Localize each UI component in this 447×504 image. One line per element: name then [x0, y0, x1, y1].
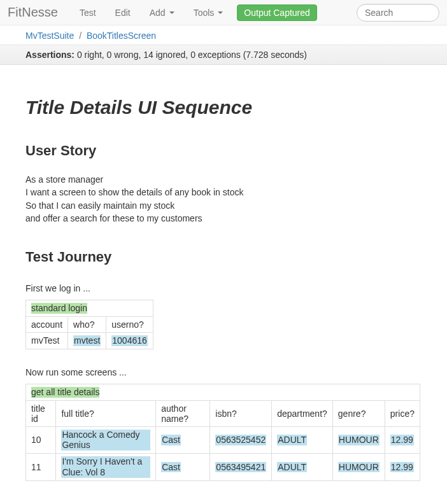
chevron-down-icon: [218, 11, 223, 14]
cell-who: mvtest: [68, 332, 106, 349]
chevron-down-icon: [169, 11, 174, 14]
table-row: standard login: [26, 300, 153, 317]
col-header: author name?: [156, 400, 210, 426]
story-line: As a store manager: [25, 174, 103, 185]
assertions-bar: Assertions: 0 right, 0 wrong, 14 ignored…: [0, 45, 447, 65]
nav-test[interactable]: Test: [71, 1, 105, 24]
story-line: I want a screen to show the details of a…: [25, 187, 243, 197]
login-table: standard login account who? userno? mvTe…: [25, 300, 153, 349]
nav-tools[interactable]: Tools: [185, 1, 232, 24]
result-value: 12.99: [390, 462, 414, 473]
col-header: isbn?: [210, 400, 272, 426]
result-value: ADULT: [277, 435, 307, 445]
nav-label: Edit: [115, 8, 131, 18]
brand[interactable]: FitNesse: [8, 5, 66, 20]
table-row: account who? userno?: [26, 316, 153, 332]
table-row: 11 I'm Sorry I Haven't a Clue: Vol 8 Cas…: [26, 454, 420, 481]
col-header: who?: [68, 316, 106, 332]
table-row: title id full title? author name? isbn? …: [26, 400, 420, 426]
col-header: price?: [385, 400, 420, 426]
result-value: 12.99: [390, 435, 414, 445]
breadcrumb-parent[interactable]: MvTestSuite: [25, 31, 74, 41]
fixture-cell: get all title details: [26, 384, 420, 400]
col-header: account: [26, 316, 68, 332]
cell-dept: ADULT: [272, 426, 333, 454]
result-value: 1004616: [111, 335, 148, 346]
test-journey-heading: Test Journey: [25, 249, 422, 265]
fixture-cell: standard login: [26, 300, 153, 317]
cell-title: I'm Sorry I Haven't a Clue: Vol 8: [56, 454, 156, 481]
fixture-name: standard login: [31, 303, 87, 314]
cell-isbn: 0563525452: [210, 426, 272, 454]
result-value: Hancock a Comedy Genius: [61, 430, 150, 451]
result-value: HUMOUR: [338, 435, 380, 445]
breadcrumb-current[interactable]: BookTitlesScreen: [87, 31, 156, 41]
breadcrumb-separator: /: [79, 31, 82, 41]
story-line: and offer a search for these to my custo…: [25, 213, 202, 223]
result-value: HUMOUR: [338, 462, 380, 473]
table-row: 10 Hancock a Comedy Genius Cast 05635254…: [26, 426, 420, 454]
nav-label: Add: [150, 8, 166, 18]
breadcrumb: MvTestSuite / BookTitlesScreen: [0, 25, 447, 45]
cell-id: 10: [26, 426, 56, 454]
result-value: ADULT: [277, 462, 307, 473]
story-line: So that I can easily maintain my stock: [25, 200, 174, 211]
result-value: 0563495421: [215, 462, 266, 473]
col-header: genre?: [332, 400, 385, 426]
nav-edit[interactable]: Edit: [106, 1, 139, 24]
top-navbar: FitNesse Test Edit Add Tools Output Capt…: [0, 0, 447, 25]
cell-userno: 1004616: [106, 332, 153, 349]
result-value: Cast: [161, 462, 181, 473]
result-value: 0563525452: [215, 435, 266, 445]
titles-table: get all title details title id full titl…: [25, 384, 420, 481]
cell-price: 12.99: [385, 426, 420, 454]
screens-intro: Now run some screens ...: [25, 367, 422, 377]
cell-author: Cast: [156, 426, 210, 454]
nav-add[interactable]: Add: [141, 1, 183, 24]
page-content: Title Details UI Sequence User Story As …: [0, 65, 447, 504]
col-header: title id: [26, 400, 56, 426]
user-story-heading: User Story: [25, 143, 422, 159]
cell-price: 12.99: [385, 454, 420, 481]
table-row: mvTest mvtest 1004616: [26, 332, 153, 349]
login-intro: First we log in ...: [25, 283, 422, 293]
col-header: department?: [272, 400, 333, 426]
cell-genre: HUMOUR: [332, 426, 385, 454]
cell-id: 11: [26, 454, 56, 481]
col-header: userno?: [106, 316, 153, 332]
output-captured-button[interactable]: Output Captured: [237, 4, 317, 21]
cell-dept: ADULT: [272, 454, 333, 481]
cell-author: Cast: [156, 454, 210, 481]
page-title: Title Details UI Sequence: [25, 97, 422, 118]
cell-isbn: 0563495421: [210, 454, 272, 481]
result-value: mvtest: [73, 335, 101, 346]
cell-genre: HUMOUR: [332, 454, 385, 481]
fixture-name: get all title details: [31, 387, 99, 398]
search-input[interactable]: [357, 4, 439, 22]
cell-account: mvTest: [26, 332, 68, 349]
search-wrap: [357, 4, 439, 22]
table-row: get all title details: [26, 384, 420, 400]
col-header: full title?: [56, 400, 156, 426]
result-value: Cast: [161, 435, 181, 445]
nav-label: Test: [80, 8, 96, 18]
result-value: I'm Sorry I Haven't a Clue: Vol 8: [61, 456, 150, 478]
user-story-body: As a store manager I want a screen to sh…: [25, 173, 422, 225]
nav-label: Tools: [194, 8, 215, 18]
assertions-text: 0 right, 0 wrong, 14 ignored, 0 exceptio…: [77, 50, 307, 60]
cell-title: Hancock a Comedy Genius: [56, 426, 156, 454]
assertions-label: Assertions:: [25, 50, 74, 60]
